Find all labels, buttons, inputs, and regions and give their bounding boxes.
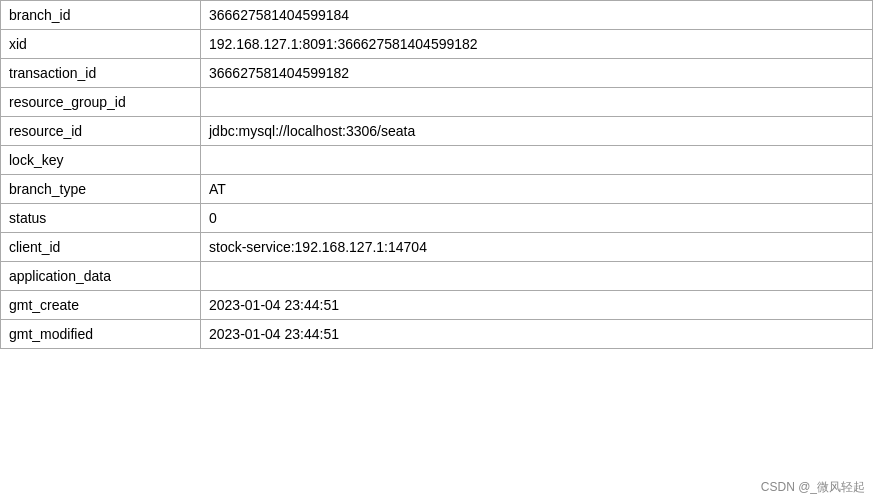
row-label: gmt_modified bbox=[1, 320, 201, 349]
table-row: xid192.168.127.1:8091:366627581404599182 bbox=[1, 30, 873, 59]
data-table: branch_id366627581404599184xid192.168.12… bbox=[0, 0, 873, 349]
row-label: branch_type bbox=[1, 175, 201, 204]
row-label: lock_key bbox=[1, 146, 201, 175]
row-value: 2023-01-04 23:44:51 bbox=[201, 291, 873, 320]
row-value bbox=[201, 146, 873, 175]
table-row: branch_typeAT bbox=[1, 175, 873, 204]
table-row: gmt_create2023-01-04 23:44:51 bbox=[1, 291, 873, 320]
row-value: jdbc:mysql://localhost:3306/seata bbox=[201, 117, 873, 146]
row-value: AT bbox=[201, 175, 873, 204]
table-row: gmt_modified2023-01-04 23:44:51 bbox=[1, 320, 873, 349]
table-row: lock_key bbox=[1, 146, 873, 175]
watermark: CSDN @_微风轻起 bbox=[761, 479, 865, 496]
table-row: resource_idjdbc:mysql://localhost:3306/s… bbox=[1, 117, 873, 146]
row-label: xid bbox=[1, 30, 201, 59]
table-row: client_idstock-service:192.168.127.1:147… bbox=[1, 233, 873, 262]
row-label: client_id bbox=[1, 233, 201, 262]
row-label: status bbox=[1, 204, 201, 233]
row-label: resource_id bbox=[1, 117, 201, 146]
row-label: resource_group_id bbox=[1, 88, 201, 117]
row-label: branch_id bbox=[1, 1, 201, 30]
table-row: resource_group_id bbox=[1, 88, 873, 117]
row-value: 192.168.127.1:8091:366627581404599182 bbox=[201, 30, 873, 59]
row-value: 366627581404599184 bbox=[201, 1, 873, 30]
row-value bbox=[201, 88, 873, 117]
row-value: 366627581404599182 bbox=[201, 59, 873, 88]
row-label: transaction_id bbox=[1, 59, 201, 88]
row-value: 2023-01-04 23:44:51 bbox=[201, 320, 873, 349]
table-row: status0 bbox=[1, 204, 873, 233]
row-value bbox=[201, 262, 873, 291]
row-label: application_data bbox=[1, 262, 201, 291]
row-label: gmt_create bbox=[1, 291, 201, 320]
table-row: transaction_id366627581404599182 bbox=[1, 59, 873, 88]
row-value: 0 bbox=[201, 204, 873, 233]
table-row: branch_id366627581404599184 bbox=[1, 1, 873, 30]
table-row: application_data bbox=[1, 262, 873, 291]
row-value: stock-service:192.168.127.1:14704 bbox=[201, 233, 873, 262]
